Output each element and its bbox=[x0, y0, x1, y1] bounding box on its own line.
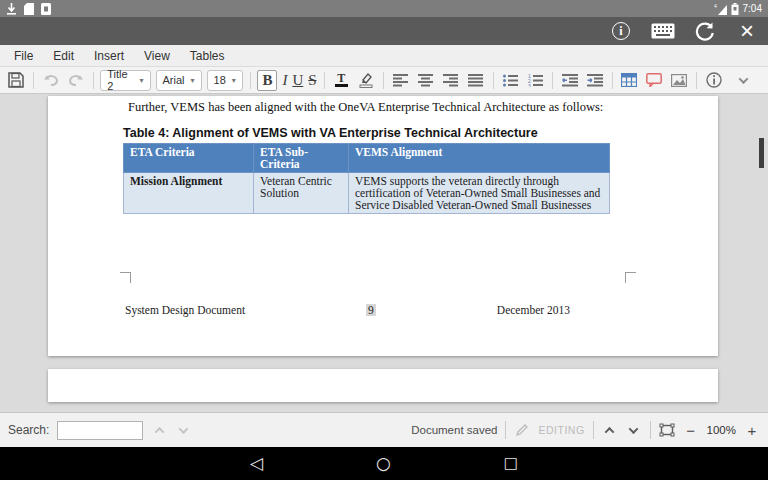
toolbar-separator bbox=[93, 72, 94, 89]
svg-text:4: 4 bbox=[714, 3, 717, 9]
menu-view[interactable]: View bbox=[134, 45, 180, 67]
toolbar-separator bbox=[696, 72, 697, 89]
highlight-color-button[interactable] bbox=[356, 70, 376, 91]
chevron-up-icon bbox=[605, 426, 615, 436]
document-info-button[interactable] bbox=[704, 70, 724, 91]
toolbar-separator bbox=[612, 72, 613, 89]
status-separator bbox=[650, 421, 651, 439]
editing-mode-button[interactable] bbox=[514, 420, 530, 440]
redo-icon bbox=[68, 74, 84, 87]
app-notification-icon bbox=[41, 3, 51, 15]
menu-tables[interactable]: Tables bbox=[180, 45, 235, 67]
numbered-list-icon: 123 bbox=[528, 74, 543, 87]
bottom-status-bar: Search: Document saved EDITING − 100% + bbox=[0, 412, 768, 447]
zoom-in-button[interactable]: + bbox=[744, 420, 760, 440]
font-size-dropdown[interactable]: 18 ▾ bbox=[207, 70, 243, 91]
search-previous-button[interactable] bbox=[151, 420, 167, 440]
paragraph-style-dropdown[interactable]: Title 2 ▾ bbox=[100, 70, 150, 91]
status-bar-system: 4 7:04 bbox=[714, 3, 762, 15]
vertical-scrollbar-thumb[interactable] bbox=[759, 138, 764, 168]
zoom-level: 100% bbox=[707, 424, 736, 436]
bulleted-list-icon bbox=[503, 74, 518, 87]
document-info-icon bbox=[706, 72, 722, 88]
toolbar-collapse-button[interactable] bbox=[734, 70, 754, 91]
text-color-swatch bbox=[335, 84, 348, 87]
italic-button[interactable]: I bbox=[282, 71, 287, 90]
search-next-button[interactable] bbox=[175, 420, 191, 440]
battery-icon bbox=[731, 3, 739, 15]
font-family-dropdown[interactable]: Arial ▾ bbox=[156, 70, 202, 91]
app-action-bar: i × bbox=[0, 17, 768, 45]
back-button[interactable]: ◁ bbox=[250, 455, 263, 472]
bulleted-list-button[interactable] bbox=[500, 70, 520, 91]
toolbar-separator bbox=[552, 72, 553, 89]
numbered-list-button[interactable]: 123 bbox=[525, 70, 545, 91]
caret-down-icon: ▾ bbox=[191, 76, 195, 85]
chevron-up-icon bbox=[154, 426, 164, 436]
comment-button[interactable] bbox=[644, 70, 664, 91]
recents-button[interactable]: □ bbox=[504, 455, 518, 472]
refresh-button[interactable] bbox=[692, 19, 718, 43]
sd-card-icon bbox=[24, 3, 34, 15]
close-icon: × bbox=[740, 21, 754, 41]
keyboard-button[interactable] bbox=[650, 19, 676, 43]
decrease-indent-icon bbox=[562, 74, 578, 87]
caret-down-icon: ▾ bbox=[232, 76, 236, 85]
fit-page-icon bbox=[659, 423, 675, 437]
align-center-button[interactable] bbox=[416, 70, 436, 91]
increase-indent-button[interactable] bbox=[585, 70, 605, 91]
fit-page-button[interactable] bbox=[659, 420, 675, 440]
increase-indent-icon bbox=[587, 74, 603, 87]
svg-text:3: 3 bbox=[528, 82, 531, 87]
zoom-out-button[interactable]: − bbox=[683, 420, 699, 440]
decrease-indent-button[interactable] bbox=[560, 70, 580, 91]
home-button[interactable]: ○ bbox=[376, 455, 391, 472]
search-input[interactable] bbox=[57, 421, 143, 440]
menu-edit[interactable]: Edit bbox=[43, 45, 84, 67]
document-canvas[interactable]: Further, VEMS has been aligned with the … bbox=[0, 94, 768, 412]
signal-icon: 4 bbox=[714, 3, 727, 15]
insert-image-button[interactable] bbox=[669, 70, 689, 91]
document-page-2[interactable] bbox=[48, 369, 718, 402]
table-header-cell: ETA Criteria bbox=[124, 144, 254, 173]
save-button[interactable] bbox=[6, 70, 26, 91]
table-header-row: ETA Criteria ETA Sub-Criteria VEMS Align… bbox=[124, 144, 610, 173]
align-left-icon bbox=[393, 74, 408, 87]
menu-insert[interactable]: Insert bbox=[84, 45, 134, 67]
toolbar-separator bbox=[250, 72, 251, 89]
next-page-button[interactable] bbox=[626, 420, 642, 440]
bold-button[interactable]: B bbox=[257, 70, 277, 91]
table-caption: Table 4: Alignment of VEMS with VA Enter… bbox=[123, 126, 538, 140]
footer-left-text: System Design Document bbox=[125, 304, 245, 316]
toolbar-separator bbox=[493, 72, 494, 89]
close-button[interactable]: × bbox=[734, 19, 760, 43]
page-number-field: 9 bbox=[366, 304, 376, 316]
highlight-icon bbox=[358, 72, 374, 88]
align-right-icon bbox=[443, 74, 458, 87]
refresh-icon bbox=[695, 21, 715, 41]
align-justify-button[interactable] bbox=[466, 70, 486, 91]
formatting-toolbar: Title 2 ▾ Arial ▾ 18 ▾ B I U S T bbox=[0, 67, 768, 94]
margin-corner-mark bbox=[120, 272, 131, 283]
margin-corner-mark bbox=[625, 272, 636, 283]
toolbar-separator bbox=[324, 72, 325, 89]
text-color-button[interactable]: T bbox=[331, 70, 351, 91]
chevron-down-icon bbox=[178, 424, 188, 434]
document-page-1[interactable]: Further, VEMS has been aligned with the … bbox=[48, 96, 718, 356]
info-button[interactable]: i bbox=[608, 19, 634, 43]
keyboard-icon bbox=[651, 23, 675, 39]
page-footer: System Design Document 9 December 2013 bbox=[125, 304, 570, 316]
strikethrough-button[interactable]: S bbox=[308, 71, 316, 90]
menu-file[interactable]: File bbox=[4, 45, 43, 67]
previous-page-button[interactable] bbox=[602, 420, 618, 440]
align-center-icon bbox=[418, 74, 433, 87]
undo-button[interactable] bbox=[41, 70, 61, 91]
align-right-button[interactable] bbox=[441, 70, 461, 91]
align-left-button[interactable] bbox=[391, 70, 411, 91]
underline-button[interactable]: U bbox=[292, 71, 303, 90]
document-table[interactable]: ETA Criteria ETA Sub-Criteria VEMS Align… bbox=[123, 143, 610, 214]
insert-table-button[interactable] bbox=[619, 70, 639, 91]
footer-right-text: December 2013 bbox=[497, 304, 570, 316]
redo-button[interactable] bbox=[66, 70, 86, 91]
text-color-icon: T bbox=[337, 73, 345, 83]
